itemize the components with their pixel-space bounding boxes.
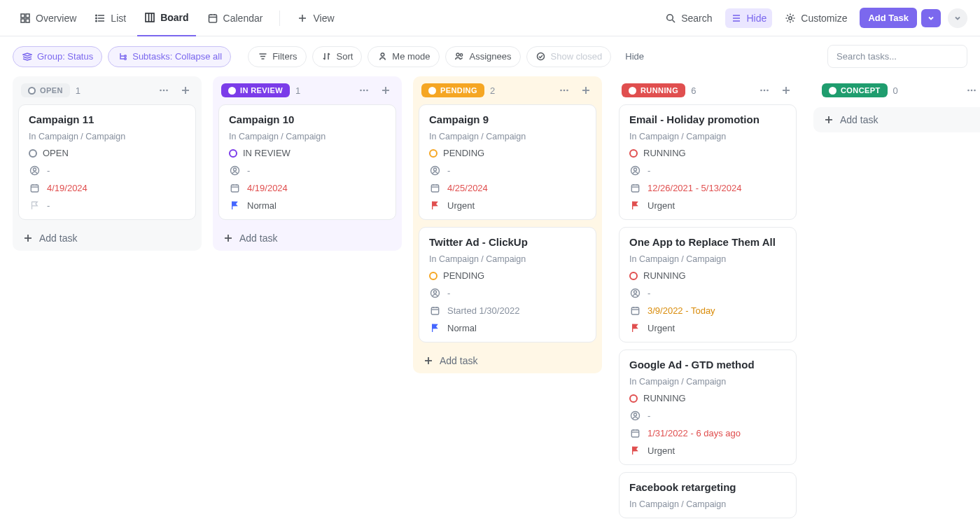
status-badge[interactable]: RUNNING [622,83,685,97]
task-date-row[interactable]: 4/19/2024 [229,182,386,193]
task-priority-row[interactable]: - [29,200,186,211]
svg-point-80 [764,90,766,92]
task-title: Facebook retargeting [629,481,786,493]
task-card[interactable]: Campaign 10 In Campaign / Campaign IN RE… [218,104,396,220]
task-assignee: - [47,165,50,176]
show-closed-pill[interactable]: Show closed [526,46,612,67]
task-assignee: - [247,165,250,176]
flag-icon [429,322,440,333]
task-status-label: RUNNING [643,148,686,158]
search-button[interactable]: Search [659,8,718,28]
sort-pill[interactable]: Sort [312,46,363,67]
task-status[interactable]: RUNNING [629,148,786,158]
column-more-button[interactable] [556,83,573,97]
add-task-inline-button[interactable]: Add task [413,348,602,373]
task-assignee-row[interactable]: - [629,410,786,421]
tab-calendar[interactable]: Calendar [200,0,270,36]
task-card[interactable]: One App to Replace Them All In Campaign … [619,227,797,342]
task-status[interactable]: PENDING [429,270,586,281]
task-date-row[interactable]: 12/26/2021 - 5/13/2024 [629,182,786,193]
show-closed-label: Show closed [551,51,603,62]
task-card[interactable]: Google Ad - GTD method In Campaign / Cam… [619,349,797,465]
column-more-button[interactable] [155,83,172,97]
status-badge[interactable]: PENDING [421,83,484,97]
svg-point-91 [634,291,636,293]
tab-label: Overview [36,13,76,24]
task-date: 4/19/2024 [247,183,288,193]
collapse-chevron[interactable] [948,8,967,28]
column-more-button[interactable] [356,83,372,97]
status-ring-icon [629,394,638,403]
task-assignee-row[interactable]: - [229,165,386,176]
group-pill[interactable]: Group: Status [13,46,102,67]
add-task-inline-button[interactable]: Add task [213,226,402,251]
column-add-button[interactable] [378,84,393,97]
task-status[interactable]: RUNNING [629,270,786,281]
add-view-button[interactable]: View [290,13,341,24]
task-card[interactable]: Campaign 9 In Campaign / Campaign PENDIN… [419,104,596,220]
task-date-row[interactable]: 4/19/2024 [29,182,186,193]
task-priority-row[interactable]: Urgent [629,200,786,211]
task-status[interactable]: IN REVIEW [229,148,386,158]
task-date: 4/19/2024 [47,183,88,193]
status-badge[interactable]: IN REVIEW [221,83,290,97]
task-status[interactable]: OPEN [29,148,186,158]
add-task-inline-button[interactable]: Add task [13,226,202,251]
column-add-button[interactable] [778,84,794,97]
column-header: PENDING 2 [413,76,602,104]
task-priority-row[interactable]: Urgent [629,445,786,456]
sort-label: Sort [337,51,354,62]
task-priority-row[interactable]: Normal [229,200,386,211]
status-badge[interactable]: CONCEPT [822,83,888,97]
subtasks-icon [117,51,128,62]
task-status[interactable]: RUNNING [629,393,786,403]
task-date: 3/9/2022 - Today [648,305,715,316]
assignees-pill[interactable]: Assignees [445,46,521,67]
task-card[interactable]: Twitter Ad - ClickUp In Campaign / Campa… [419,227,596,342]
task-assignee-row[interactable]: - [429,165,586,176]
column-more-button[interactable] [963,83,980,97]
filters-pill[interactable]: Filters [248,46,306,67]
task-title: Email - Holiday promotion [629,113,786,125]
task-date: 1/31/2022 - 6 days ago [648,428,741,438]
column-more-button[interactable] [756,83,773,97]
status-badge[interactable]: OPEN [21,83,70,97]
task-title: Campaign 10 [229,113,386,125]
task-priority-row[interactable]: Urgent [629,322,786,333]
status-ring-icon [629,272,638,280]
svg-rect-10 [146,13,154,22]
search-icon [665,13,676,24]
task-card[interactable]: Email - Holiday promotion In Campaign / … [619,104,797,220]
task-status[interactable]: PENDING [429,148,586,158]
hide-button[interactable]: Hide [725,8,773,28]
task-assignee-row[interactable]: - [629,165,786,176]
task-priority-row[interactable]: Normal [429,322,586,333]
column-add-button[interactable] [178,84,193,97]
subtasks-pill[interactable]: Subtasks: Collapse all [108,46,231,67]
task-assignee-row[interactable]: - [29,165,186,176]
task-title: Google Ad - GTD method [629,359,786,371]
task-card[interactable]: Campaign 11 In Campaign / Campaign OPEN … [18,104,196,220]
tab-board[interactable]: Board [137,0,195,36]
svg-point-40 [33,168,36,171]
hide-filters-link[interactable]: Hide [625,51,644,62]
tab-overview[interactable]: Overview [13,0,83,36]
column-add-button[interactable] [578,84,594,97]
status-label: IN REVIEW [240,86,283,95]
add-task-dropdown[interactable] [921,9,941,27]
task-date-row[interactable]: Started 1/30/2022 [429,305,586,316]
task-card[interactable]: Facebook retargeting In Campaign / Campa… [619,472,797,518]
tab-list[interactable]: List [88,0,133,36]
task-date-row[interactable]: 3/9/2022 - Today [629,305,786,316]
flag-icon [629,200,640,211]
task-assignee-row[interactable]: - [629,287,786,298]
add-task-inline-button[interactable]: Add task [813,107,980,132]
task-priority-row[interactable]: Urgent [429,200,586,211]
customize-button[interactable]: Customize [779,8,853,28]
search-tasks-input[interactable] [827,45,967,68]
me-mode-pill[interactable]: Me mode [368,46,439,67]
task-assignee-row[interactable]: - [429,287,586,298]
task-date-row[interactable]: 4/25/2024 [429,182,586,193]
add-task-button[interactable]: Add Task [860,8,917,28]
task-date-row[interactable]: 1/31/2022 - 6 days ago [629,427,786,438]
